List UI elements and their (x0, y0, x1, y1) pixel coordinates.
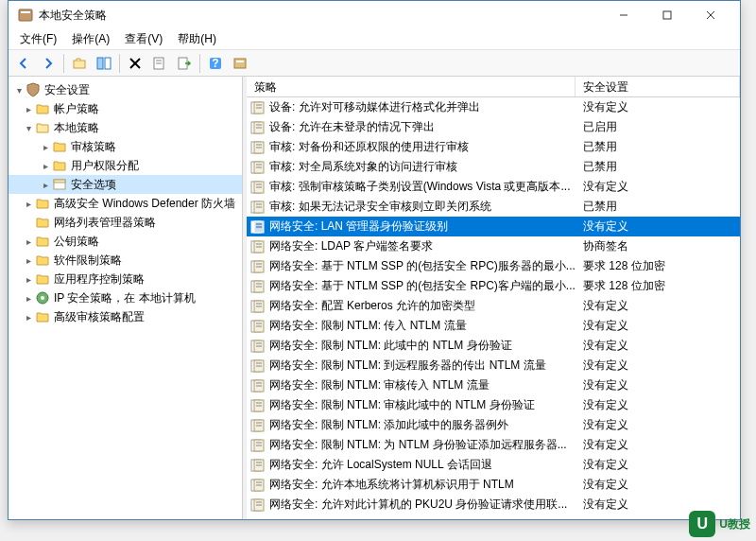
list-body[interactable]: 设备: 允许对可移动媒体进行格式化并弹出没有定义设备: 允许在未登录的情况下弹出… (247, 97, 740, 519)
policy-row[interactable]: 网络安全: 限制 NTLM: 传入 NTLM 流量没有定义 (247, 316, 740, 336)
twisty-icon[interactable]: ▸ (22, 102, 35, 115)
policy-row[interactable]: 网络安全: 限制 NTLM: 添加此域中的服务器例外没有定义 (247, 415, 740, 435)
tree-root[interactable]: ▾安全设置 (9, 80, 242, 99)
policy-row[interactable]: 审核: 如果无法记录安全审核则立即关闭系统已禁用 (247, 197, 740, 217)
tree-item[interactable]: ▸高级安全 Windows Defender 防火墙 (9, 194, 242, 213)
policy-setting: 没有定义 (577, 179, 740, 195)
list-pane: 策略 安全设置 设备: 允许对可移动媒体进行格式化并弹出没有定义设备: 允许在未… (247, 77, 740, 519)
up-button[interactable] (68, 52, 91, 75)
twisty-icon[interactable]: ▸ (22, 272, 35, 286)
menu-action[interactable]: 操作(A) (64, 29, 117, 49)
back-button[interactable] (12, 52, 35, 75)
twisty-icon[interactable]: ▸ (22, 310, 35, 323)
tree-item[interactable]: ▸应用程序控制策略 (9, 270, 242, 288)
delete-button[interactable] (124, 52, 146, 75)
policy-setting: 没有定义 (577, 397, 740, 413)
toolbar-separator (199, 54, 200, 73)
policy-row[interactable]: 网络安全: 限制 NTLM: 此域中的 NTLM 身份验证没有定义 (247, 336, 740, 356)
tree-label: IP 安全策略，在 本地计算机 (54, 290, 196, 306)
tree-label: 审核策略 (71, 139, 116, 155)
policy-row[interactable]: 网络安全: LAN 管理器身份验证级别没有定义 (247, 217, 740, 236)
policy-icon (250, 379, 266, 393)
tree-label: 软件限制策略 (54, 253, 122, 269)
properties-button[interactable] (148, 52, 171, 75)
help-button[interactable]: ? (204, 52, 227, 75)
twisty-icon[interactable]: ▸ (39, 140, 52, 153)
policy-name: 网络安全: 限制 NTLM: 审核传入 NTLM 流量 (269, 377, 577, 393)
tree-item[interactable]: ▸IP 安全策略，在 本地计算机 (9, 288, 242, 307)
tree-item[interactable]: ▸高级审核策略配置 (9, 307, 242, 326)
policy-row[interactable]: 审核: 对备份和还原权限的使用进行审核已禁用 (247, 137, 740, 157)
policy-row[interactable]: 网络安全: 配置 Kerberos 允许的加密类型没有定义 (247, 296, 740, 316)
policy-row[interactable]: 网络安全: 允许本地系统将计算机标识用于 NTLM没有定义 (247, 475, 740, 495)
policy-row[interactable]: 网络安全: 限制 NTLM: 审核此域中的 NTLM 身份验证没有定义 (247, 395, 740, 415)
tree-label: 安全设置 (44, 82, 90, 98)
policy-row[interactable]: 网络安全: 限制 NTLM: 到远程服务器的传出 NTLM 流量没有定义 (247, 356, 740, 375)
policy-row[interactable]: 网络安全: 基于 NTLM SSP 的(包括安全 RPC)服务器的最小...要求… (247, 256, 740, 276)
toolbar-separator (119, 54, 120, 73)
menu-help[interactable]: 帮助(H) (170, 29, 224, 49)
policy-setting: 没有定义 (577, 457, 740, 473)
policy-row[interactable]: 网络安全: LDAP 客户端签名要求协商签名 (247, 236, 740, 256)
twisty-icon[interactable]: ▸ (22, 197, 35, 210)
folder-icon (35, 271, 50, 287)
twisty-icon[interactable]: ▾ (22, 121, 35, 134)
column-setting[interactable]: 安全设置 (576, 77, 740, 96)
folder-icon (35, 215, 50, 230)
policy-row[interactable]: 网络安全: 允许 LocalSystem NULL 会话回退没有定义 (247, 455, 740, 475)
policy-row[interactable]: 网络安全: 限制 NTLM: 为 NTLM 身份验证添加远程服务器...没有定义 (247, 435, 740, 455)
policy-name: 网络安全: 允许 LocalSystem NULL 会话回退 (269, 457, 577, 473)
maximize-button[interactable] (645, 1, 689, 29)
policy-setting: 已禁用 (577, 199, 740, 215)
policy-setting: 没有定义 (577, 417, 740, 433)
policy-row[interactable]: 设备: 允许对可移动媒体进行格式化并弹出没有定义 (247, 97, 740, 117)
twisty-icon[interactable]: ▸ (22, 291, 35, 305)
tree-item[interactable]: ▸审核策略 (9, 137, 242, 156)
policy-setting: 没有定义 (577, 318, 740, 334)
tree-item[interactable]: ▸帐户策略 (9, 99, 242, 118)
policy-icon (250, 161, 266, 174)
minimize-button[interactable] (602, 1, 645, 29)
close-button[interactable] (689, 1, 732, 29)
policy-setting: 没有定义 (577, 298, 740, 314)
twisty-icon[interactable]: ▸ (22, 235, 35, 248)
menu-view[interactable]: 查看(V) (117, 29, 170, 49)
policy-name: 网络安全: LDAP 客户端签名要求 (269, 238, 577, 254)
tree-label: 公钥策略 (54, 234, 99, 250)
policy-row[interactable]: 审核: 对全局系统对象的访问进行审核已禁用 (247, 157, 740, 177)
tree-item[interactable]: ▸公钥策略 (9, 232, 242, 251)
tree-item[interactable]: 网络列表管理器策略 (9, 213, 242, 232)
titlebar[interactable]: 本地安全策略 (9, 1, 740, 29)
column-policy[interactable]: 策略 (247, 77, 576, 96)
tree-pane[interactable]: ▾安全设置▸帐户策略▾本地策略▸审核策略▸用户权限分配▸安全选项▸高级安全 Wi… (9, 77, 243, 519)
refresh-button[interactable] (229, 52, 251, 75)
tree-item[interactable]: ▸用户权限分配 (9, 156, 242, 175)
policy-icon (250, 439, 266, 452)
policy-row[interactable]: 网络安全: 允许对此计算机的 PKU2U 身份验证请求使用联...没有定义 (247, 495, 740, 515)
policy-row[interactable]: 网络安全: 基于 NTLM SSP 的(包括安全 RPC)客户端的最小...要求… (247, 276, 740, 296)
twisty-icon[interactable]: ▸ (39, 159, 52, 172)
folder-icon (52, 158, 67, 173)
forward-button[interactable] (37, 52, 60, 75)
tree-item[interactable]: ▾本地策略 (9, 118, 242, 137)
policy-row[interactable]: 审核: 强制审核策略子类别设置(Windows Vista 或更高版本...没有… (247, 177, 740, 197)
svg-rect-20 (54, 180, 65, 183)
tree-item[interactable]: ▸安全选项 (9, 175, 242, 194)
export-button[interactable] (173, 52, 196, 75)
tree-item[interactable]: ▸软件限制策略 (9, 251, 242, 270)
policy-icon (250, 359, 266, 373)
policy-icon (250, 240, 266, 253)
policy-icon (250, 459, 266, 472)
folder-icon (35, 309, 50, 324)
policy-name: 审核: 强制审核策略子类别设置(Windows Vista 或更高版本... (269, 179, 577, 195)
twisty-icon[interactable]: ▸ (22, 253, 35, 267)
policy-setting: 已禁用 (577, 159, 740, 175)
policy-name: 网络安全: 允许对此计算机的 PKU2U 身份验证请求使用联... (269, 497, 577, 513)
twisty-icon[interactable]: ▸ (39, 178, 52, 191)
policy-icon (250, 121, 266, 134)
menu-file[interactable]: 文件(F) (12, 29, 64, 49)
show-hide-tree-button[interactable] (93, 52, 115, 75)
policy-row[interactable]: 设备: 允许在未登录的情况下弹出已启用 (247, 117, 740, 137)
policy-icon (250, 340, 266, 353)
policy-row[interactable]: 网络安全: 限制 NTLM: 审核传入 NTLM 流量没有定义 (247, 375, 740, 395)
